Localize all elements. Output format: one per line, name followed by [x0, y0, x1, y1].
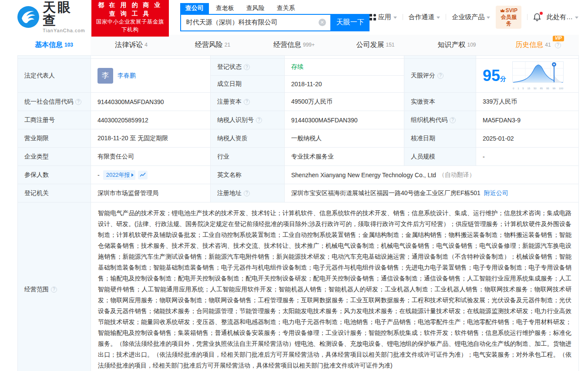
org-code-label: 组织机构代码 ?: [404, 111, 476, 129]
partial-row: [18, 56, 578, 59]
slogan-badge: 都 在 用 的 商 业 查 询 工 具 国家中小企业发展子基金旗下机构: [91, 0, 169, 37]
reg-number-label: 工商注册号: [18, 111, 91, 129]
company-profile-table: 法定代表人 李 李春鹏 登记状态 ? 存续 成立日期 2018-11-20 天眼…: [17, 55, 579, 371]
score-distribution-chart[interactable]: 0151550859599100: [512, 61, 564, 90]
tab-business-info[interactable]: 经营信息 999+: [253, 35, 335, 55]
tab-operating-risk[interactable]: 经营风险 21: [172, 35, 253, 55]
establish-date-label: 成立日期: [211, 76, 285, 92]
taxpayer-quality-label: 纳税人资质: [211, 129, 285, 147]
insured-label: 参保人数: [18, 166, 91, 184]
trend-chart-icon[interactable]: [138, 171, 148, 179]
insured-value: - 2022年报: [91, 166, 211, 184]
svip-label: SVIP: [506, 7, 517, 14]
table-row: 工商注册号 440300205859912 纳税人识别号 ? 91440300M…: [18, 111, 578, 129]
tab-count: 151: [386, 42, 394, 48]
search-tab-company[interactable]: 查公司: [180, 3, 209, 14]
svip-sublabel: 会员服务: [500, 14, 517, 27]
reg-status-label: 登记状态 ?: [211, 59, 285, 75]
staff-size-value: -: [476, 148, 578, 165]
tab-label: 经营信息: [273, 40, 301, 50]
search-tab-boss[interactable]: 查老板: [211, 3, 239, 14]
help-icon[interactable]: ?: [75, 99, 81, 105]
tab-intellectual-property[interactable]: 知识产权 109: [416, 35, 497, 55]
divider: [527, 14, 528, 20]
tab-basic-info[interactable]: 基本信息 103: [17, 35, 91, 55]
brand-domain: TianYanCha.com: [43, 28, 85, 33]
table-row: 经营范围 ? 智能电气产品的技术开发；锂电池生产技术的技术开发、技术转让；计算机…: [18, 202, 578, 371]
clear-search-icon[interactable]: ✕: [319, 19, 326, 26]
taxpayer-id-value: 91440300MA5FDAN390: [285, 111, 404, 129]
help-icon[interactable]: ?: [256, 117, 262, 123]
annual-report-link[interactable]: 2022年报: [103, 170, 135, 180]
slogan-line2: 国家中小企业发展子基金旗下机构: [95, 18, 165, 34]
business-scope-value: 智能电气产品的技术开发；锂电池生产技术的技术开发、技术转让；计算机软件、信息系统…: [91, 202, 578, 371]
search-tab-relation[interactable]: 查关系: [272, 3, 300, 14]
credit-code-value: 91440300MA5FDAN390: [91, 93, 211, 111]
score-number: 95: [483, 67, 500, 84]
search-area: 查公司 查老板 查风险 查关系 ✕ 天眼一下: [180, 3, 370, 31]
help-icon[interactable]: ?: [437, 73, 444, 79]
arrow-right-icon: [131, 173, 134, 177]
table-row: 登记机关 深圳市市场监督管理局 注册地址 ? 深圳市宝安区福海街道展城社区福园一…: [18, 184, 578, 202]
business-term-value: 2018-11-20 至 无固定期限: [91, 129, 211, 147]
english-name-label: 英文名称: [211, 166, 285, 184]
chart-axis-ticks: 0151550859599100: [512, 87, 564, 90]
help-icon[interactable]: ?: [244, 64, 250, 70]
tab-label: 基本信息: [35, 40, 63, 50]
section-tabs: 基本信息 103 法律诉讼 4 经营风险 21 经营信息 999+ 公司发展 1…: [17, 35, 579, 55]
search-tab-risk[interactable]: 查风险: [241, 3, 270, 14]
tab-legal-proceedings[interactable]: 法律诉讼 4: [91, 35, 172, 55]
header: 天眼查 TianYanCha.com 都 在 用 的 商 业 查 询 工 具 国…: [0, 0, 588, 34]
notifications-button[interactable]: [533, 13, 541, 21]
help-icon[interactable]: ?: [555, 42, 561, 48]
legal-rep-link[interactable]: 李春鹏: [118, 72, 136, 80]
reg-capital-value: 49500万人民币: [285, 93, 404, 111]
industry-value: 专业技术服务业: [285, 148, 404, 165]
svip-member-button[interactable]: SVIP 会员服务: [496, 6, 521, 29]
nav-apps[interactable]: 应用: [370, 13, 397, 21]
business-scope-label: 经营范围 ?: [18, 202, 91, 371]
english-name-value: Shenzhen Xianyang New Energy Technology …: [285, 166, 578, 184]
tab-history-info[interactable]: VIP 历史信息 41 ?: [497, 35, 579, 55]
table-row: 参保人数 - 2022年报 英文名称 Shenzhen Xianyang New…: [18, 166, 578, 184]
reg-address-label: 注册地址 ?: [211, 184, 285, 202]
paid-capital-label: 实缴资本: [404, 93, 476, 111]
notification-dot: [540, 12, 543, 15]
legal-rep-value: 李 李春鹏: [91, 59, 211, 92]
tab-label: 经营风险: [195, 40, 223, 50]
paid-capital-value: 339万人民币: [476, 93, 578, 111]
taxpayer-id-label: 纳税人识别号 ?: [211, 111, 285, 129]
tab-company-development[interactable]: 公司发展 151: [335, 35, 416, 55]
reg-capital-label: 注册资本 ?: [211, 93, 285, 111]
search-button[interactable]: 天眼一下: [331, 14, 370, 31]
help-icon[interactable]: ?: [244, 190, 250, 196]
score-value: 95分: [476, 59, 578, 92]
nav-apps-label: 应用: [378, 13, 391, 21]
approval-date-value: 2025-01-02: [476, 129, 578, 147]
tianyancha-logo[interactable]: 天眼查 TianYanCha.com: [17, 1, 85, 33]
tab-count: 999+: [303, 42, 315, 48]
nearby-companies-link[interactable]: 附近公司: [484, 189, 508, 197]
org-code-value: MA5FDAN3-9: [476, 111, 578, 129]
help-icon[interactable]: ?: [450, 117, 456, 123]
avatar[interactable]: 李: [97, 68, 113, 84]
help-icon[interactable]: ?: [51, 287, 57, 293]
nav-cooperation[interactable]: 合作通道: [408, 13, 440, 21]
nav-enterprise[interactable]: 企业级产品: [452, 13, 490, 21]
table-row: 企业类型 有限责任公司 行业 专业技术服务业 人员规模 -: [18, 148, 578, 166]
table-row: 统一社会信用代码 ? 91440300MA5FDAN390 注册资本 ? 495…: [18, 93, 578, 111]
tab-label: 历史信息: [515, 40, 543, 50]
establish-date-value: 2018-11-20: [285, 76, 404, 92]
company-type-value: 有限责任公司: [91, 148, 211, 165]
grid-icon: [370, 14, 376, 20]
taxpayer-quality-value: 一般纳税人: [285, 129, 404, 147]
tab-label: 知识产权: [437, 40, 465, 50]
nav-more[interactable]: 此处有…: [547, 13, 578, 21]
help-icon[interactable]: ?: [244, 99, 250, 105]
search-tabs: 查公司 查老板 查风险 查关系: [180, 3, 370, 14]
tab-count: 4: [144, 42, 148, 48]
tianyancha-logo-icon: [17, 6, 39, 28]
tab-count: 21: [225, 42, 230, 48]
search-input[interactable]: [186, 19, 319, 26]
divider: [446, 14, 446, 20]
